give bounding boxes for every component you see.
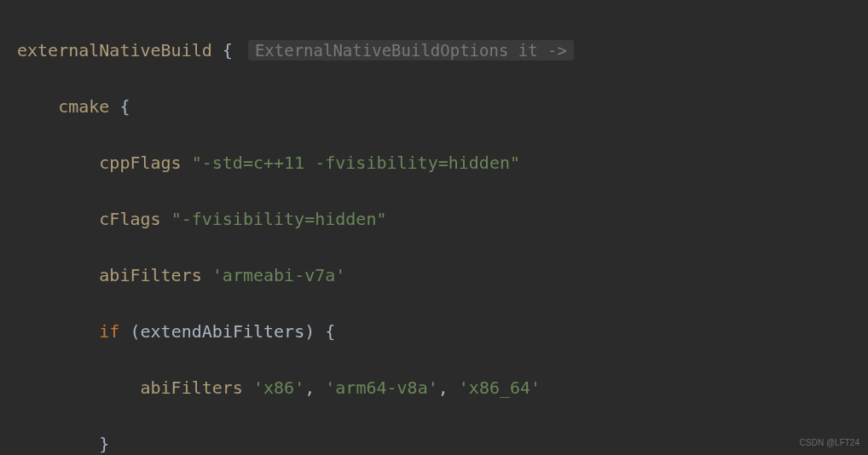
- space: [243, 377, 253, 398]
- string-literal: 'x86_64': [459, 377, 541, 398]
- code-line-2: cmake {: [17, 93, 851, 121]
- indent: [17, 96, 58, 117]
- close-brace: }: [99, 434, 109, 454]
- code-line-8: }: [17, 430, 851, 455]
- string-literal: 'arm64-v8a': [325, 377, 437, 398]
- code-line-5: abiFilters 'armeabi-v7a': [17, 262, 851, 290]
- code-line-1: externalNativeBuild { ExternalNativeBuil…: [17, 37, 851, 65]
- code-line-7: abiFilters 'x86', 'arm64-v8a', 'x86_64': [17, 374, 851, 402]
- code-editor[interactable]: externalNativeBuild { ExternalNativeBuil…: [17, 9, 851, 455]
- string-literal: "-fvisibility=hidden": [171, 209, 387, 229]
- open-brace: {: [109, 96, 130, 117]
- method-cppFlags: cppFlags: [99, 153, 181, 173]
- indent: [17, 153, 99, 173]
- indent: [17, 321, 99, 342]
- code-line-6: if (extendAbiFilters) {: [17, 318, 851, 346]
- space: [161, 209, 171, 229]
- identifier-extendAbiFilters: extendAbiFilters: [141, 321, 305, 342]
- keyword-if: if: [99, 321, 119, 342]
- code-line-3: cppFlags "-std=c++11 -fvisibility=hidden…: [17, 149, 851, 177]
- method-cmake: cmake: [58, 96, 109, 117]
- method-abiFilters: abiFilters: [99, 265, 201, 285]
- paren-open: (: [130, 321, 140, 342]
- watermark: CSDN @LFT24: [800, 436, 859, 451]
- open-brace: {: [212, 40, 233, 60]
- space: [182, 153, 192, 173]
- inline-hint: ExternalNativeBuildOptions it ->: [248, 40, 574, 60]
- string-literal: 'armeabi-v7a': [212, 265, 346, 285]
- code-line-4: cFlags "-fvisibility=hidden": [17, 205, 851, 233]
- string-literal: 'x86': [253, 377, 304, 398]
- comma: ,: [438, 377, 459, 398]
- open-brace: {: [315, 321, 335, 342]
- paren-close: ): [304, 321, 315, 342]
- method-cFlags: cFlags: [99, 209, 160, 229]
- string-literal: "-std=c++11 -fvisibility=hidden": [192, 153, 520, 173]
- space: [119, 321, 130, 342]
- comma: ,: [304, 377, 325, 398]
- method-externalNativeBuild: externalNativeBuild: [17, 40, 212, 60]
- space: [202, 265, 212, 285]
- indent: [17, 265, 99, 285]
- indent: [17, 209, 99, 229]
- indent: [17, 434, 99, 454]
- indent: [17, 377, 141, 398]
- method-abiFilters: abiFilters: [141, 377, 243, 398]
